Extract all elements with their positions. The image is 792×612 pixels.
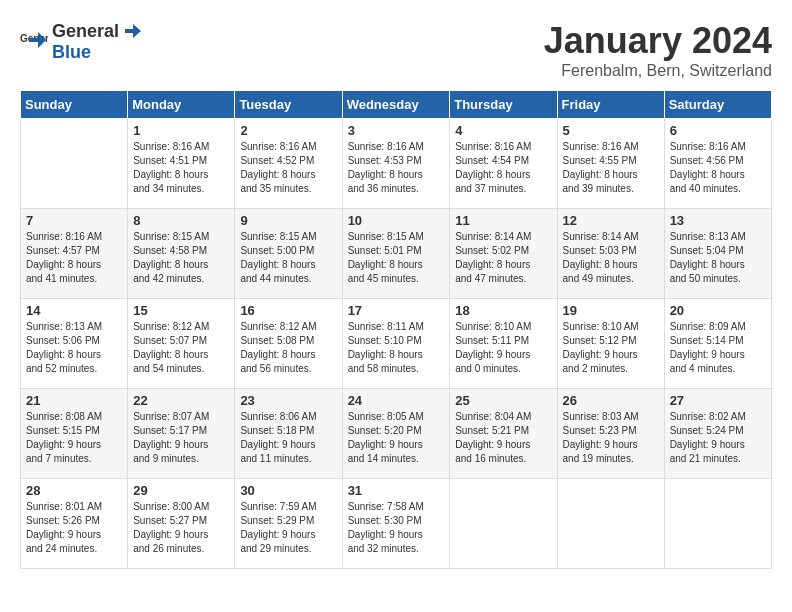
calendar-day-header: Sunday <box>21 91 128 119</box>
day-number: 13 <box>670 213 766 228</box>
calendar-cell: 29Sunrise: 8:00 AM Sunset: 5:27 PM Dayli… <box>128 479 235 569</box>
day-info: Sunrise: 8:16 AM Sunset: 4:51 PM Dayligh… <box>133 140 229 196</box>
calendar-cell: 17Sunrise: 8:11 AM Sunset: 5:10 PM Dayli… <box>342 299 450 389</box>
day-number: 7 <box>26 213 122 228</box>
calendar-day-header: Thursday <box>450 91 557 119</box>
day-info: Sunrise: 8:12 AM Sunset: 5:07 PM Dayligh… <box>133 320 229 376</box>
calendar-week-row: 14Sunrise: 8:13 AM Sunset: 5:06 PM Dayli… <box>21 299 772 389</box>
calendar-cell <box>450 479 557 569</box>
day-number: 30 <box>240 483 336 498</box>
day-info: Sunrise: 8:09 AM Sunset: 5:14 PM Dayligh… <box>670 320 766 376</box>
calendar-cell: 9Sunrise: 8:15 AM Sunset: 5:00 PM Daylig… <box>235 209 342 299</box>
day-number: 11 <box>455 213 551 228</box>
calendar-cell: 11Sunrise: 8:14 AM Sunset: 5:02 PM Dayli… <box>450 209 557 299</box>
header: General General Blue January 2024 Ferenb… <box>20 20 772 80</box>
title-area: January 2024 Ferenbalm, Bern, Switzerlan… <box>544 20 772 80</box>
logo-icon: General <box>20 28 48 56</box>
day-number: 1 <box>133 123 229 138</box>
calendar-day-header: Wednesday <box>342 91 450 119</box>
calendar-cell <box>557 479 664 569</box>
day-info: Sunrise: 8:06 AM Sunset: 5:18 PM Dayligh… <box>240 410 336 466</box>
day-info: Sunrise: 8:16 AM Sunset: 4:55 PM Dayligh… <box>563 140 659 196</box>
day-number: 2 <box>240 123 336 138</box>
day-number: 4 <box>455 123 551 138</box>
day-info: Sunrise: 8:14 AM Sunset: 5:02 PM Dayligh… <box>455 230 551 286</box>
month-title: January 2024 <box>544 20 772 62</box>
calendar-week-row: 1Sunrise: 8:16 AM Sunset: 4:51 PM Daylig… <box>21 119 772 209</box>
calendar-week-row: 21Sunrise: 8:08 AM Sunset: 5:15 PM Dayli… <box>21 389 772 479</box>
day-info: Sunrise: 8:11 AM Sunset: 5:10 PM Dayligh… <box>348 320 445 376</box>
calendar-day-header: Friday <box>557 91 664 119</box>
day-number: 9 <box>240 213 336 228</box>
calendar-cell: 2Sunrise: 8:16 AM Sunset: 4:52 PM Daylig… <box>235 119 342 209</box>
logo-text-blue: Blue <box>52 42 143 63</box>
day-info: Sunrise: 8:16 AM Sunset: 4:53 PM Dayligh… <box>348 140 445 196</box>
calendar-week-row: 28Sunrise: 8:01 AM Sunset: 5:26 PM Dayli… <box>21 479 772 569</box>
day-number: 20 <box>670 303 766 318</box>
day-number: 22 <box>133 393 229 408</box>
day-number: 31 <box>348 483 445 498</box>
day-number: 14 <box>26 303 122 318</box>
logo: General General Blue <box>20 20 143 63</box>
day-number: 16 <box>240 303 336 318</box>
calendar-cell: 8Sunrise: 8:15 AM Sunset: 4:58 PM Daylig… <box>128 209 235 299</box>
day-info: Sunrise: 8:00 AM Sunset: 5:27 PM Dayligh… <box>133 500 229 556</box>
calendar-body: 1Sunrise: 8:16 AM Sunset: 4:51 PM Daylig… <box>21 119 772 569</box>
calendar-cell: 25Sunrise: 8:04 AM Sunset: 5:21 PM Dayli… <box>450 389 557 479</box>
day-info: Sunrise: 8:10 AM Sunset: 5:12 PM Dayligh… <box>563 320 659 376</box>
day-info: Sunrise: 8:01 AM Sunset: 5:26 PM Dayligh… <box>26 500 122 556</box>
calendar-cell: 4Sunrise: 8:16 AM Sunset: 4:54 PM Daylig… <box>450 119 557 209</box>
day-info: Sunrise: 8:13 AM Sunset: 5:06 PM Dayligh… <box>26 320 122 376</box>
calendar-cell <box>21 119 128 209</box>
day-info: Sunrise: 8:15 AM Sunset: 4:58 PM Dayligh… <box>133 230 229 286</box>
day-number: 8 <box>133 213 229 228</box>
day-number: 15 <box>133 303 229 318</box>
calendar-table: SundayMondayTuesdayWednesdayThursdayFrid… <box>20 90 772 569</box>
calendar-day-header: Saturday <box>664 91 771 119</box>
calendar-cell: 26Sunrise: 8:03 AM Sunset: 5:23 PM Dayli… <box>557 389 664 479</box>
day-info: Sunrise: 8:12 AM Sunset: 5:08 PM Dayligh… <box>240 320 336 376</box>
day-number: 17 <box>348 303 445 318</box>
day-number: 24 <box>348 393 445 408</box>
day-number: 3 <box>348 123 445 138</box>
calendar-day-header: Tuesday <box>235 91 342 119</box>
day-info: Sunrise: 8:03 AM Sunset: 5:23 PM Dayligh… <box>563 410 659 466</box>
day-info: Sunrise: 8:16 AM Sunset: 4:56 PM Dayligh… <box>670 140 766 196</box>
day-info: Sunrise: 8:14 AM Sunset: 5:03 PM Dayligh… <box>563 230 659 286</box>
day-number: 28 <box>26 483 122 498</box>
location-title: Ferenbalm, Bern, Switzerland <box>544 62 772 80</box>
calendar-cell: 28Sunrise: 8:01 AM Sunset: 5:26 PM Dayli… <box>21 479 128 569</box>
day-number: 18 <box>455 303 551 318</box>
calendar-cell: 27Sunrise: 8:02 AM Sunset: 5:24 PM Dayli… <box>664 389 771 479</box>
day-number: 29 <box>133 483 229 498</box>
calendar-cell: 15Sunrise: 8:12 AM Sunset: 5:07 PM Dayli… <box>128 299 235 389</box>
calendar-cell: 12Sunrise: 8:14 AM Sunset: 5:03 PM Dayli… <box>557 209 664 299</box>
calendar-cell: 1Sunrise: 8:16 AM Sunset: 4:51 PM Daylig… <box>128 119 235 209</box>
day-number: 6 <box>670 123 766 138</box>
day-number: 10 <box>348 213 445 228</box>
calendar-cell: 19Sunrise: 8:10 AM Sunset: 5:12 PM Dayli… <box>557 299 664 389</box>
calendar-cell: 30Sunrise: 7:59 AM Sunset: 5:29 PM Dayli… <box>235 479 342 569</box>
day-info: Sunrise: 8:16 AM Sunset: 4:54 PM Dayligh… <box>455 140 551 196</box>
day-number: 21 <box>26 393 122 408</box>
day-info: Sunrise: 8:16 AM Sunset: 4:52 PM Dayligh… <box>240 140 336 196</box>
calendar-cell: 6Sunrise: 8:16 AM Sunset: 4:56 PM Daylig… <box>664 119 771 209</box>
calendar-cell <box>664 479 771 569</box>
day-info: Sunrise: 7:59 AM Sunset: 5:29 PM Dayligh… <box>240 500 336 556</box>
day-info: Sunrise: 8:05 AM Sunset: 5:20 PM Dayligh… <box>348 410 445 466</box>
calendar-cell: 18Sunrise: 8:10 AM Sunset: 5:11 PM Dayli… <box>450 299 557 389</box>
day-number: 23 <box>240 393 336 408</box>
calendar-cell: 16Sunrise: 8:12 AM Sunset: 5:08 PM Dayli… <box>235 299 342 389</box>
day-info: Sunrise: 8:16 AM Sunset: 4:57 PM Dayligh… <box>26 230 122 286</box>
day-number: 12 <box>563 213 659 228</box>
calendar-week-row: 7Sunrise: 8:16 AM Sunset: 4:57 PM Daylig… <box>21 209 772 299</box>
calendar-cell: 14Sunrise: 8:13 AM Sunset: 5:06 PM Dayli… <box>21 299 128 389</box>
calendar-header-row: SundayMondayTuesdayWednesdayThursdayFrid… <box>21 91 772 119</box>
day-info: Sunrise: 8:15 AM Sunset: 5:00 PM Dayligh… <box>240 230 336 286</box>
logo-arrow-icon <box>121 20 143 42</box>
calendar-cell: 5Sunrise: 8:16 AM Sunset: 4:55 PM Daylig… <box>557 119 664 209</box>
day-info: Sunrise: 8:02 AM Sunset: 5:24 PM Dayligh… <box>670 410 766 466</box>
day-info: Sunrise: 8:04 AM Sunset: 5:21 PM Dayligh… <box>455 410 551 466</box>
calendar-cell: 7Sunrise: 8:16 AM Sunset: 4:57 PM Daylig… <box>21 209 128 299</box>
day-number: 19 <box>563 303 659 318</box>
